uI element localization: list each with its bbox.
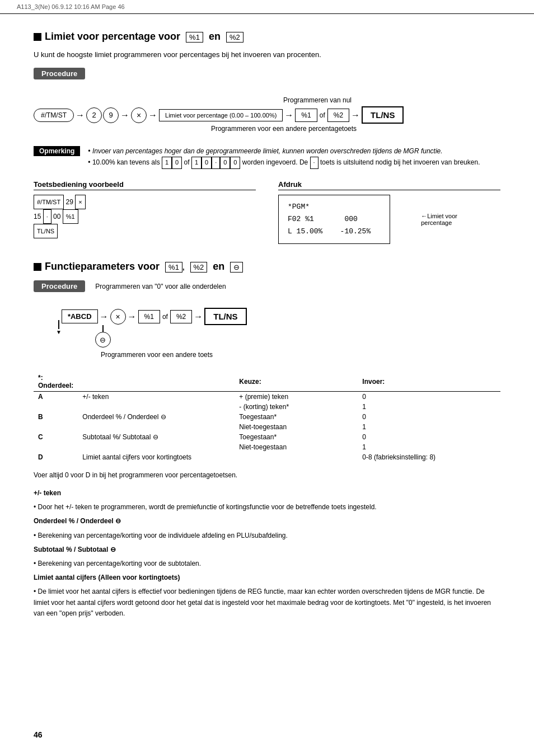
cell-invoer-D: 0-8 (fabrieksinstelling: 8) <box>358 452 500 462</box>
note-section-1: Opmerking • Invoer van percentages hoger… <box>34 146 500 169</box>
table-row: - (korting) teken* 1 <box>34 402 500 412</box>
flow2-main: *ABCD → × → %1 of %2 → TL/NS <box>62 308 247 325</box>
cell-keuze-C1: Toegestaan* <box>235 432 358 442</box>
section2-key3: ⊖ <box>230 262 243 273</box>
cell-onderdeel-empty2 <box>78 422 235 432</box>
flow-item-9: 9 <box>103 107 119 123</box>
cell-letter-D: D <box>34 452 78 462</box>
cell-invoer-B2: 1 <box>358 422 500 432</box>
arrow-1: → <box>74 110 86 120</box>
bottom-notes: +/- teken • Door het +/- teken te progra… <box>34 488 500 619</box>
flow2-note-above: Programmeren van "0" voor alle onderdele… <box>95 280 226 290</box>
flow-row-1: #/TM/ST → 2 9 → × → Limiet voor percenta… <box>34 106 500 124</box>
section1-heading: Limiet voor percentage voor %1 en %2 <box>45 31 243 43</box>
arrow-5: → <box>349 110 362 120</box>
cell-keuze-C2: Niet-toegestaan <box>235 442 358 452</box>
flow-text-below-1: Programmeren voor een andere percentaget… <box>67 125 500 133</box>
section1-conjunction: en <box>209 31 221 42</box>
flow-item-2: 2 <box>86 107 102 123</box>
flow2-of: of <box>160 313 170 321</box>
flow2-row-main: ▼ *ABCD → × → %1 of %2 → T <box>56 308 500 348</box>
arrow-3: → <box>147 110 159 120</box>
cell-onderdeel-B: Onderdeel % / Onderdeel ⊖ <box>78 412 235 422</box>
print-box-1: *PGM* F02 %1 000 L 15.00% -10.25% <box>278 195 390 244</box>
note-line-2: • 10.00% kan tevens als 10 of 10·00 word… <box>88 157 480 169</box>
example-key-line-2: 15 · 00 %1 <box>34 209 256 224</box>
procedure-label-2: Procedure <box>34 280 85 292</box>
section2-title-text: Functieparameters voor <box>45 261 160 272</box>
flow2-arrow1: → <box>98 312 110 322</box>
flow-text-above-1: Programmeren van nul <box>134 96 500 104</box>
cell-invoer-B1: 0 <box>358 412 500 422</box>
cell-onderdeel-empty1 <box>78 402 235 412</box>
flow-item-tlns: TL/NS <box>362 106 404 124</box>
cell-letter-empty2 <box>34 422 78 432</box>
section1-title-text: Limiet voor percentage voor <box>45 31 180 42</box>
note-limiet-title: Limiet aantal cijfers (Alleen voor korti… <box>34 572 500 583</box>
cell-onderdeel-empty3 <box>78 442 235 452</box>
flow2-abcd: *ABCD <box>62 309 98 323</box>
section1-icon <box>34 33 41 41</box>
cell-invoer-A2: 1 <box>358 402 500 412</box>
main-content: Limiet voor percentage voor %1 en %2 U k… <box>0 14 534 645</box>
section1-key1: %1 <box>186 32 203 43</box>
table-row: C Subtotaal %/ Subtotaal ⊖ Toegestaan* 0 <box>34 432 500 442</box>
table-row: B Onderdeel % / Onderdeel ⊖ Toegestaan* … <box>34 412 500 422</box>
section2-conjunction: en <box>213 261 224 272</box>
flow-diagram-2: ▼ *ABCD → × → %1 of %2 → T <box>34 308 500 359</box>
flow-item-tmst: #/TM/ST <box>34 109 74 122</box>
flow2-branch: ⊖ <box>95 325 247 348</box>
example-right-1: Afdruk *PGM* F02 %1 000 L 15.00% -10.25%… <box>278 180 500 244</box>
flow-item-pct2: %2 <box>327 109 349 122</box>
cell-keuze-D <box>235 452 358 462</box>
col-header-onderdeel-desc <box>78 372 235 392</box>
cell-keuze-A1: + (premie) teken <box>235 392 358 402</box>
example-title-right: Afdruk <box>278 180 500 190</box>
col-header-invoer: Invoer: <box>358 372 500 392</box>
table-footnote: Voer altijd 0 voor D in bij het programm… <box>34 471 500 479</box>
cell-keuze-A2: - (korting) teken* <box>235 402 358 412</box>
section1-key2: %2 <box>226 32 243 43</box>
flow2-minus: ⊖ <box>95 332 111 348</box>
example-keys-1: #/TM/ST 29 × 15 · 00 %1 TL/NS <box>34 195 256 238</box>
arrow-2: → <box>119 110 131 120</box>
example-left-1: Toetsbediening voorbeeld #/TM/ST 29 × 15… <box>34 180 256 244</box>
print-annotation-1: ←Limiet voorpercentage <box>421 213 457 226</box>
example-key-line-3: TL/NS <box>34 224 256 238</box>
cell-onderdeel-C: Subtotaal %/ Subtotaal ⊖ <box>78 432 235 442</box>
cell-letter-C: C <box>34 432 78 442</box>
cell-letter-empty1 <box>34 402 78 412</box>
section2-icon <box>34 263 41 271</box>
note-pm-teken-title: +/- teken <box>34 488 500 499</box>
page-container: A113_3(Ne) 06.9.12 10:16 AM Page 46 Limi… <box>0 0 534 756</box>
note-content-1: • Invoer van percentages hoger dan de ge… <box>88 146 480 169</box>
cell-invoer-C1: 0 <box>358 432 500 442</box>
procedure-label-1: Procedure <box>34 68 85 79</box>
flow-diagram-1: Programmeren van nul #/TM/ST → 2 9 → × →… <box>34 96 500 133</box>
cell-invoer-A1: 0 <box>358 392 500 402</box>
section2-key2: %2 <box>190 262 208 273</box>
note-label-1: Opmerking <box>34 146 80 156</box>
note-line-1: • Invoer van percentages hoger dan de ge… <box>88 146 480 157</box>
flow-of: of <box>317 111 327 119</box>
print-line-3: L 15.00% -10.25% <box>288 226 381 238</box>
flow-item-x: × <box>131 107 147 123</box>
example-title-left: Toetsbediening voorbeeld <box>34 180 256 190</box>
flow-item-limiet: Limiet voor percentage (0.00 – 100.00%) <box>159 109 283 121</box>
flow2-tlns: TL/NS <box>204 308 246 325</box>
table-row: Niet-toegestaan 1 <box>34 422 500 432</box>
flow2-pct1: %1 <box>138 310 160 323</box>
col-header-keuze: Keuze: <box>235 372 358 392</box>
cell-onderdeel-D: Limiet aantal cijfers voor kortingtoets <box>78 452 235 462</box>
note-limiet-text: • De limiet voor het aantal cijfers is e… <box>34 586 500 619</box>
params-table: *: Onderdeel: Keuze: Invoer: A +/- teken… <box>34 372 500 462</box>
example-section-1: Toetsbediening voorbeeld #/TM/ST 29 × 15… <box>34 180 500 244</box>
note-pm-teken-text: • Door het +/- teken te programmeren, wo… <box>34 502 500 513</box>
flow2-note-below: Programmeren voor een andere toets <box>101 351 500 359</box>
arrow-4: → <box>283 110 295 120</box>
flow2-arrow2: → <box>126 312 138 322</box>
section2-title: Functieparameters voor %1, %2 en ⊖ <box>34 261 500 273</box>
section1-subtitle: U kunt de hoogste limiet programmeren vo… <box>34 50 500 59</box>
note-onderdeel-title: Onderdeel % / Onderdeel ⊖ <box>34 516 500 527</box>
example-key-line-1: #/TM/ST 29 × <box>34 195 256 209</box>
